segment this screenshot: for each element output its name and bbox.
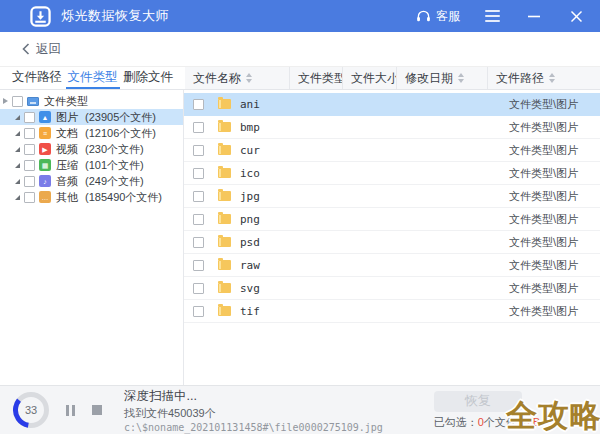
tree-root-label: 文件类型 bbox=[44, 94, 88, 109]
status-bar: 33 深度扫描中... 找到文件450039个 c:\$noname_20210… bbox=[0, 385, 600, 434]
expand-arrow-icon[interactable] bbox=[15, 179, 24, 184]
app-logo-icon bbox=[30, 6, 51, 27]
tab[interactable]: 文件路径 bbox=[10, 67, 64, 89]
tree-item-checkbox[interactable] bbox=[24, 192, 35, 203]
tree-item[interactable]: ▶ 视频 (230个文件) bbox=[0, 141, 183, 157]
file-name: ani bbox=[240, 98, 260, 111]
tree-item[interactable]: ≡ 文档 (12106个文件) bbox=[0, 125, 183, 141]
file-path: 文件类型\图片 bbox=[487, 120, 600, 135]
table-row[interactable]: ani 文件类型\图片 bbox=[184, 93, 600, 116]
app-window: 烁光数据恢复大师 客服 bbox=[0, 0, 600, 434]
tree-root-item[interactable]: 文件类型 bbox=[0, 93, 183, 109]
chevron-left-icon bbox=[22, 43, 30, 55]
table-row[interactable]: bmp 文件类型\图片 bbox=[184, 116, 600, 139]
menu-button[interactable] bbox=[482, 6, 502, 26]
archive-type-icon: ▦ bbox=[39, 159, 51, 171]
row-checkbox[interactable] bbox=[193, 99, 204, 110]
expand-arrow-icon[interactable] bbox=[15, 163, 24, 168]
row-checkbox[interactable] bbox=[193, 237, 204, 248]
file-path: 文件类型\图片 bbox=[487, 212, 600, 227]
table-row[interactable]: jpg 文件类型\图片 bbox=[184, 185, 600, 208]
toolbar: 返回 bbox=[0, 32, 600, 66]
table-row[interactable]: png 文件类型\图片 bbox=[184, 208, 600, 231]
scan-status-title: 深度扫描中... bbox=[124, 388, 383, 405]
stop-button[interactable] bbox=[92, 405, 102, 415]
sort-icon[interactable] bbox=[246, 73, 252, 83]
tree-root-checkbox[interactable] bbox=[12, 96, 23, 107]
tree-item-count: (23905个文件) bbox=[85, 110, 156, 125]
other-type-icon: … bbox=[39, 191, 51, 203]
table-row[interactable]: ico 文件类型\图片 bbox=[184, 162, 600, 185]
table-header-cell[interactable]: 文件大小 bbox=[343, 67, 397, 89]
file-name: psd bbox=[240, 236, 260, 249]
headset-icon bbox=[416, 9, 431, 23]
file-path: 文件类型\图片 bbox=[487, 166, 600, 181]
tree-item-count: (12106个文件) bbox=[85, 126, 156, 141]
tree-item-label: 图片 bbox=[56, 110, 85, 125]
tab[interactable]: 删除文件 bbox=[121, 67, 175, 89]
row-checkbox[interactable] bbox=[193, 306, 204, 317]
table-row[interactable]: cur 文件类型\图片 bbox=[184, 139, 600, 162]
file-path: 文件类型\图片 bbox=[487, 143, 600, 158]
minimize-icon bbox=[527, 9, 541, 23]
tree-item-label: 视频 bbox=[56, 142, 85, 157]
sort-icon[interactable] bbox=[458, 73, 464, 83]
file-path: 文件类型\图片 bbox=[487, 97, 600, 112]
folder-icon bbox=[218, 214, 231, 224]
close-button[interactable] bbox=[566, 6, 586, 26]
recover-button[interactable]: 恢复 bbox=[434, 391, 522, 412]
tab-bar: 文件路径 文件类型 删除文件 bbox=[0, 67, 185, 89]
table-row[interactable]: psd 文件类型\图片 bbox=[184, 231, 600, 254]
files-found-count: 找到文件450039个 bbox=[124, 406, 383, 421]
row-checkbox[interactable] bbox=[193, 191, 204, 202]
audio-type-icon: ♪ bbox=[39, 175, 51, 187]
table-header-cell[interactable]: 修改日期 bbox=[397, 67, 488, 89]
column-label: 文件大小 bbox=[351, 70, 397, 87]
sort-icon[interactable] bbox=[549, 73, 555, 83]
tree-item-checkbox[interactable] bbox=[24, 128, 35, 139]
table-row[interactable]: svg 文件类型\图片 bbox=[184, 277, 600, 300]
tree-item-label: 压缩 bbox=[56, 158, 85, 173]
column-label: 文件路径 bbox=[496, 70, 544, 87]
back-button[interactable]: 返回 bbox=[22, 41, 61, 58]
file-name: svg bbox=[240, 282, 260, 295]
row-checkbox[interactable] bbox=[193, 260, 204, 271]
titlebar: 烁光数据恢复大师 客服 bbox=[0, 0, 600, 32]
row-checkbox[interactable] bbox=[193, 145, 204, 156]
customer-service-button[interactable]: 客服 bbox=[416, 8, 460, 25]
tab[interactable]: 文件类型 bbox=[66, 67, 120, 89]
tree-item[interactable]: ♪ 音频 (249个文件) bbox=[0, 173, 183, 189]
customer-service-label: 客服 bbox=[436, 8, 460, 25]
table-header-cell[interactable]: 文件类型 bbox=[290, 67, 343, 89]
video-type-icon: ▶ bbox=[39, 143, 51, 155]
app-title: 烁光数据恢复大师 bbox=[61, 7, 169, 25]
row-checkbox[interactable] bbox=[193, 168, 204, 179]
table-header-cell[interactable]: 文件路径 bbox=[488, 67, 600, 89]
expand-arrow-icon[interactable] bbox=[15, 115, 24, 120]
tree-item-checkbox[interactable] bbox=[24, 160, 35, 171]
tree-item[interactable]: ▲ 图片 (23905个文件) bbox=[0, 109, 183, 125]
minimize-button[interactable] bbox=[524, 6, 544, 26]
expand-arrow-icon[interactable] bbox=[15, 195, 24, 200]
tree-item[interactable]: … 其他 (185490个文件) bbox=[0, 189, 183, 205]
expand-arrow-icon[interactable] bbox=[15, 147, 24, 152]
expand-arrow-icon[interactable] bbox=[15, 131, 24, 136]
tree-item-checkbox[interactable] bbox=[24, 144, 35, 155]
folder-icon bbox=[218, 283, 231, 293]
tree-item-label: 文档 bbox=[56, 126, 85, 141]
selection-summary: 已勾选：0个文件 (0 B bbox=[434, 415, 540, 430]
table-header-cell[interactable]: 文件名称 bbox=[185, 67, 290, 89]
table-row[interactable]: raw 文件类型\图片 bbox=[184, 254, 600, 277]
pause-button[interactable] bbox=[66, 405, 75, 416]
tree-item-checkbox[interactable] bbox=[24, 112, 35, 123]
row-checkbox[interactable] bbox=[193, 214, 204, 225]
tree-item-checkbox[interactable] bbox=[24, 176, 35, 187]
table-row[interactable]: tif 文件类型\图片 bbox=[184, 300, 600, 323]
tree-item[interactable]: ▦ 压缩 (101个文件) bbox=[0, 157, 183, 173]
tree-item-count: (249个文件) bbox=[85, 174, 144, 189]
folder-icon bbox=[218, 145, 231, 155]
row-checkbox[interactable] bbox=[193, 283, 204, 294]
expand-arrow-icon[interactable] bbox=[3, 98, 12, 104]
row-checkbox[interactable] bbox=[193, 122, 204, 133]
main-content: 文件类型 ▲ 图片 (23905个文件) ≡ 文档 (12106个文件) ▶ 视… bbox=[0, 90, 600, 385]
